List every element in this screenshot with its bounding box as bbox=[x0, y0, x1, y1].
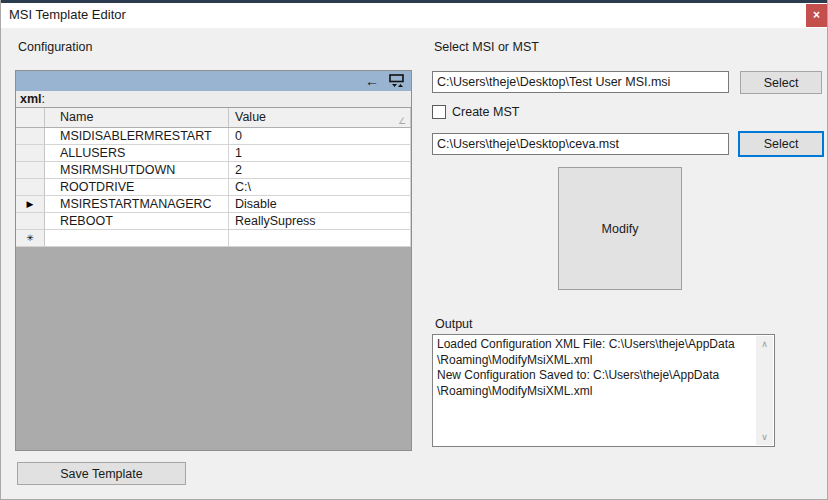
name-cell[interactable]: REBOOT bbox=[45, 213, 229, 230]
grid-empty-area bbox=[16, 247, 411, 450]
new-row[interactable]: ✳ bbox=[16, 230, 411, 247]
row-selector[interactable] bbox=[16, 145, 45, 162]
name-cell[interactable]: MSIRESTARTMANAGERC bbox=[45, 196, 229, 213]
value-cell[interactable]: C:\ bbox=[229, 179, 411, 196]
configuration-label: Configuration bbox=[18, 40, 92, 54]
output-label: Output bbox=[435, 317, 473, 331]
row-selector-header bbox=[16, 108, 45, 127]
row-selector[interactable] bbox=[16, 179, 45, 196]
close-button[interactable]: × bbox=[806, 4, 827, 27]
value-column-header-label: Value bbox=[235, 110, 266, 124]
parent-row-suffix: : bbox=[42, 92, 45, 106]
select-msi-or-mst-label: Select MSI or MST bbox=[434, 40, 539, 54]
value-cell[interactable]: 0 bbox=[229, 128, 411, 145]
name-cell[interactable]: ALLUSERS bbox=[45, 145, 229, 162]
scroll-down-icon[interactable]: ∨ bbox=[756, 429, 773, 445]
name-cell[interactable]: ROOTDRIVE bbox=[45, 179, 229, 196]
table-row-current[interactable]: ▶ MSIRESTARTMANAGERC Disable bbox=[16, 196, 411, 213]
value-cell[interactable]: 2 bbox=[229, 162, 411, 179]
output-textbox[interactable]: Loaded Configuration XML File: C:\Users\… bbox=[432, 334, 775, 447]
msi-template-editor-window: MSI Template Editor × Configuration ← xm… bbox=[0, 0, 828, 500]
grid-parent-rows-icon[interactable] bbox=[389, 74, 404, 90]
msi-select-button[interactable]: Select bbox=[740, 71, 822, 94]
mst-path-input[interactable] bbox=[432, 133, 729, 155]
mst-select-button[interactable]: Select bbox=[738, 131, 824, 157]
create-mst-label: Create MST bbox=[452, 105, 519, 119]
name-cell-empty[interactable] bbox=[45, 230, 229, 247]
name-column-header[interactable]: Name bbox=[45, 108, 229, 127]
msi-path-input[interactable] bbox=[432, 71, 729, 93]
save-template-button[interactable]: Save Template bbox=[17, 462, 186, 485]
grid-back-icon[interactable]: ← bbox=[365, 72, 379, 90]
new-row-indicator-icon[interactable]: ✳ bbox=[16, 230, 45, 247]
value-cell[interactable]: ReallySupress bbox=[229, 213, 411, 230]
configuration-grid[interactable]: ← xml: Name Value ∠ MSIDISABLERMRESTART bbox=[15, 70, 412, 451]
value-cell[interactable]: 1 bbox=[229, 145, 411, 162]
value-column-header[interactable]: Value ∠ bbox=[229, 108, 411, 127]
output-scrollbar[interactable]: ∧ ∨ bbox=[756, 336, 773, 445]
window-title: MSI Template Editor bbox=[9, 7, 126, 22]
scroll-up-icon[interactable]: ∧ bbox=[756, 336, 773, 352]
table-row[interactable]: ALLUSERS 1 bbox=[16, 145, 411, 162]
row-selector[interactable] bbox=[16, 128, 45, 145]
title-bar: MSI Template Editor × bbox=[1, 3, 828, 28]
name-cell[interactable]: MSIRMSHUTDOWN bbox=[45, 162, 229, 179]
create-mst-checkbox[interactable] bbox=[432, 105, 446, 119]
current-row-indicator-icon[interactable]: ▶ bbox=[16, 196, 45, 213]
value-cell[interactable]: Disable bbox=[229, 196, 411, 213]
grid-caption-bar: ← bbox=[16, 71, 411, 91]
close-icon: × bbox=[813, 8, 820, 22]
output-text: Loaded Configuration XML File: C:\Users\… bbox=[433, 336, 756, 445]
modify-button-label: Modify bbox=[602, 222, 639, 236]
grid-parent-row[interactable]: xml: bbox=[16, 91, 411, 108]
name-cell[interactable]: MSIDISABLERMRESTART bbox=[45, 128, 229, 145]
row-selector[interactable] bbox=[16, 162, 45, 179]
table-row[interactable]: MSIRMSHUTDOWN 2 bbox=[16, 162, 411, 179]
parent-row-label: xml bbox=[20, 92, 42, 106]
grid-header-row: Name Value ∠ bbox=[16, 108, 411, 128]
row-selector[interactable] bbox=[16, 213, 45, 230]
table-row[interactable]: REBOOT ReallySupress bbox=[16, 213, 411, 230]
sort-indicator-icon: ∠ bbox=[398, 112, 406, 127]
modify-button[interactable]: Modify bbox=[558, 167, 682, 290]
table-row[interactable]: MSIDISABLERMRESTART 0 bbox=[16, 128, 411, 145]
value-cell-empty[interactable] bbox=[229, 230, 411, 247]
table-row[interactable]: ROOTDRIVE C:\ bbox=[16, 179, 411, 196]
